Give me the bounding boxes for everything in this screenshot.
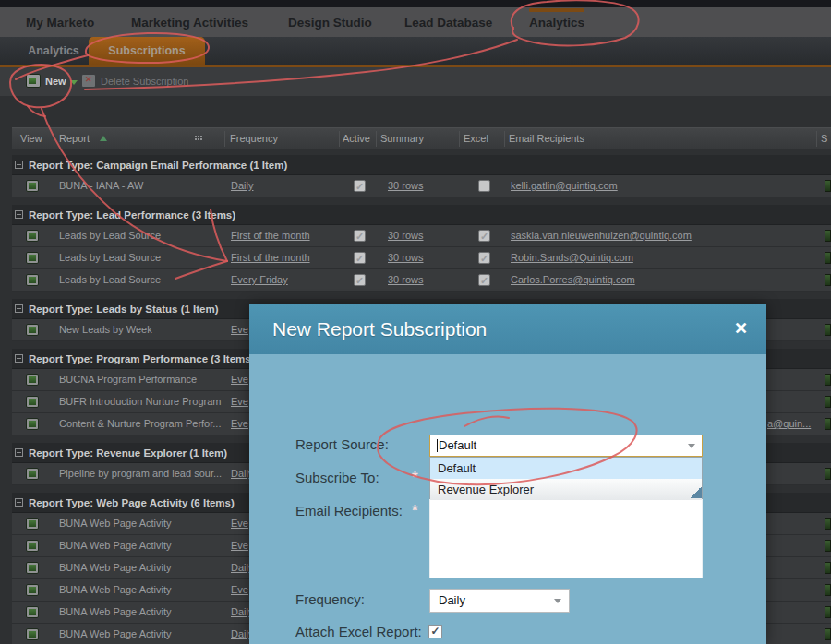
frequency-link[interactable]: Eve bbox=[231, 396, 248, 408]
group-label: Report Type: Campaign Email Performance … bbox=[29, 155, 287, 175]
nav-design-studio[interactable]: Design Studio bbox=[288, 7, 372, 37]
collapse-icon[interactable] bbox=[15, 304, 23, 313]
email-recipients-link[interactable]: saskia.van.nieuwenhuizen@quintiq.com bbox=[511, 230, 692, 242]
column-separator bbox=[54, 131, 54, 147]
active-checkbox[interactable]: ✓ bbox=[354, 230, 366, 242]
tab-subscriptions[interactable]: Subscriptions bbox=[89, 37, 205, 65]
excel-checkbox[interactable]: ✓ bbox=[478, 252, 490, 264]
frequency-link[interactable]: Eve bbox=[231, 518, 248, 530]
next-column-icon-sliver bbox=[825, 274, 831, 286]
report-icon[interactable] bbox=[26, 230, 39, 242]
column-separator bbox=[224, 131, 225, 147]
summary-link[interactable]: 30 rows bbox=[388, 230, 424, 242]
chevron-down-icon bbox=[70, 80, 78, 85]
col-active[interactable]: Active bbox=[343, 128, 370, 149]
col-summary[interactable]: Summary bbox=[380, 128, 424, 149]
group-label: Report Type: Leads by Status (1 Item) bbox=[29, 299, 219, 319]
select-arrow-icon bbox=[554, 599, 561, 603]
col-frequency[interactable]: Frequency bbox=[230, 128, 278, 149]
column-separator bbox=[376, 131, 377, 147]
report-icon[interactable] bbox=[26, 628, 39, 640]
email-recipients-textarea[interactable] bbox=[429, 499, 703, 578]
next-column-icon-sliver bbox=[825, 584, 831, 596]
tab-analytics[interactable]: Analytics bbox=[28, 37, 79, 65]
report-group-row: Report Type: Campaign Email Performance … bbox=[12, 155, 831, 175]
report-source-combobox[interactable]: Default bbox=[429, 435, 703, 457]
summary-link[interactable]: 30 rows bbox=[388, 180, 424, 192]
group-label: Report Type: Program Performance (3 Item… bbox=[29, 349, 255, 369]
frequency-label: Frequency: bbox=[295, 589, 365, 611]
resize-grip-icon[interactable] bbox=[690, 486, 702, 498]
dialog-body: Report Source: Subscribe To: * Email Rec… bbox=[249, 354, 766, 644]
report-group-row: Report Type: Lead Performance (3 Items) bbox=[12, 205, 831, 225]
next-column-icon-sliver bbox=[825, 230, 831, 242]
nav-marketing-activities[interactable]: Marketing Activities bbox=[131, 7, 248, 37]
frequency-link[interactable]: Eve bbox=[231, 324, 248, 336]
report-icon[interactable] bbox=[26, 584, 39, 596]
nav-analytics[interactable]: Analytics bbox=[529, 7, 584, 37]
report-icon[interactable] bbox=[26, 274, 39, 286]
active-nav-indicator bbox=[529, 8, 584, 12]
email-recipients-link[interactable]: Robin.Sands@Quintiq.com bbox=[511, 252, 633, 264]
report-icon[interactable] bbox=[26, 396, 39, 408]
excel-checkbox[interactable]: ✓ bbox=[478, 230, 490, 242]
col-email-recipients[interactable]: Email Recipients bbox=[509, 128, 584, 149]
nav-lead-database[interactable]: Lead Database bbox=[404, 7, 492, 37]
email-recipients-link[interactable]: kelli.gatlin@quintiq.com bbox=[511, 180, 618, 192]
report-icon[interactable] bbox=[26, 468, 39, 480]
col-s-truncated[interactable]: S bbox=[821, 128, 827, 149]
frequency-link[interactable]: Eve bbox=[231, 584, 248, 596]
frequency-link[interactable]: Eve bbox=[231, 418, 248, 430]
new-button-label: New bbox=[45, 76, 66, 87]
table-row: Leads by Lead SourceEvery Friday✓30 rows… bbox=[12, 269, 831, 292]
frequency-link[interactable]: First of the month bbox=[231, 230, 310, 242]
frequency-link[interactable]: Eve bbox=[231, 374, 248, 386]
attach-excel-checkbox[interactable]: ✓ bbox=[428, 625, 442, 638]
report-icon[interactable] bbox=[26, 180, 39, 192]
report-icon[interactable] bbox=[26, 418, 39, 430]
report-icon[interactable] bbox=[26, 252, 39, 264]
new-report-icon bbox=[26, 74, 41, 88]
delete-subscription-button[interactable]: Delete Subscription bbox=[81, 67, 188, 96]
option-revenue-explorer[interactable]: Revenue Explorer bbox=[430, 479, 702, 500]
col-excel[interactable]: Excel bbox=[464, 128, 488, 149]
report-icon[interactable] bbox=[26, 518, 39, 530]
report-icon[interactable] bbox=[26, 374, 39, 386]
col-report[interactable]: Report bbox=[59, 128, 90, 149]
active-checkbox[interactable]: ✓ bbox=[354, 180, 366, 192]
next-column-icon-sliver bbox=[825, 468, 831, 480]
close-icon[interactable]: ✕ bbox=[734, 319, 748, 338]
group-label: Report Type: Revenue Explorer (1 Item) bbox=[29, 443, 227, 463]
frequency-link[interactable]: First of the month bbox=[231, 252, 310, 264]
email-recipients-link[interactable]: Carlos.Porres@quintiq.com bbox=[511, 274, 635, 286]
col-view[interactable]: View bbox=[20, 128, 42, 149]
excel-checkbox[interactable] bbox=[478, 180, 490, 192]
column-options-icon[interactable] bbox=[195, 136, 197, 137]
summary-link[interactable]: 30 rows bbox=[388, 274, 424, 286]
nav-my-marketo[interactable]: My Marketo bbox=[26, 7, 94, 37]
subscribe-to-label: Subscribe To: bbox=[295, 467, 379, 489]
frequency-link[interactable]: Daily bbox=[231, 180, 253, 192]
report-icon[interactable] bbox=[26, 562, 39, 574]
collapse-icon[interactable] bbox=[15, 354, 23, 363]
active-checkbox[interactable]: ✓ bbox=[354, 252, 366, 264]
option-default[interactable]: Default bbox=[430, 458, 702, 479]
frequency-link[interactable]: Eve bbox=[231, 540, 248, 552]
collapse-icon[interactable] bbox=[15, 448, 23, 457]
active-checkbox[interactable]: ✓ bbox=[354, 274, 366, 286]
collapse-icon[interactable] bbox=[15, 210, 23, 219]
summary-link[interactable]: 30 rows bbox=[388, 252, 424, 264]
report-icon[interactable] bbox=[26, 540, 39, 552]
frequency-link[interactable]: Every Friday bbox=[231, 274, 288, 286]
report-icon[interactable] bbox=[26, 324, 39, 336]
excel-checkbox[interactable]: ✓ bbox=[478, 274, 490, 286]
report-icon[interactable] bbox=[26, 606, 39, 618]
next-column-icon-sliver bbox=[825, 518, 831, 530]
collapse-icon[interactable] bbox=[15, 161, 23, 169]
combo-arrow-icon[interactable] bbox=[688, 444, 695, 448]
frequency-value: Daily bbox=[439, 590, 465, 612]
new-button[interactable]: New bbox=[26, 67, 78, 96]
subtab-bar: Analytics Subscriptions bbox=[0, 37, 831, 65]
frequency-select[interactable]: Daily bbox=[429, 589, 570, 613]
collapse-icon[interactable] bbox=[15, 498, 23, 507]
